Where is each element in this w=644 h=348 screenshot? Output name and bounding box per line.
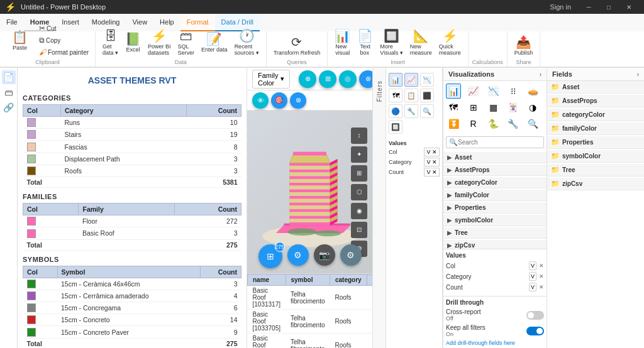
filter-icon-1[interactable]: 📊 xyxy=(389,73,402,87)
viz-card[interactable]: 🃏 xyxy=(506,100,521,115)
filter-icon-10[interactable]: 🔲 xyxy=(389,120,402,134)
viz-py-visual[interactable]: 🐍 xyxy=(486,116,501,131)
close-button[interactable]: ✕ xyxy=(619,0,639,14)
category-value-dropdown[interactable]: V xyxy=(529,272,536,281)
viz-map[interactable]: 🗺 xyxy=(446,100,461,115)
maximize-button[interactable]: □ xyxy=(599,0,619,14)
fields-zipcsv-header[interactable]: 📁 zipCsv xyxy=(547,178,644,190)
filter-icon-8[interactable]: 🔧 xyxy=(404,104,418,118)
nav-data-icon[interactable]: 🗃 xyxy=(2,85,16,99)
viz-r-visual[interactable]: R xyxy=(466,116,481,131)
viz-custom-2[interactable]: 🔍 xyxy=(525,116,540,131)
viz-bar-chart[interactable]: 📊 xyxy=(446,84,461,99)
cross-report-toggle[interactable] xyxy=(526,311,544,320)
powerbi-datasets-button[interactable]: ⚡ Power BIdatasets xyxy=(145,26,174,58)
viz-gauge[interactable]: ◑ xyxy=(525,100,540,115)
bottom-settings-button[interactable]: ⚙ xyxy=(340,244,362,266)
viz-scatter[interactable]: ⁝⁝ xyxy=(506,84,521,99)
filter-count-dropdown[interactable]: V ✕ xyxy=(424,168,440,177)
paste-button[interactable]: 📋 Paste xyxy=(9,28,31,53)
field-group-properties-header[interactable]: ▶ Properties xyxy=(443,202,547,214)
sign-in-link[interactable]: Sign in xyxy=(550,3,571,11)
filter-col-dropdown[interactable]: V ✕ xyxy=(424,148,440,156)
filter-icon-4[interactable]: 🗺 xyxy=(389,89,402,102)
filter-icon-9[interactable]: 🔍 xyxy=(420,104,434,118)
transform-button[interactable]: ⟳ Transform Refresh xyxy=(270,33,324,58)
viz-pie[interactable]: 🥧 xyxy=(525,84,540,99)
side-btn-1[interactable]: ↕ xyxy=(351,128,367,144)
field-group-symbolcolor-header[interactable]: ▶ symbolColor xyxy=(443,215,547,226)
field-group-zipcsv-header[interactable]: ▶ zipCsv xyxy=(443,240,547,249)
more-visuals-button[interactable]: 🔲 MoreVisuals ▾ xyxy=(377,26,406,58)
side-btn-5[interactable]: ◉ xyxy=(351,203,367,219)
field-group-categorycolor-header[interactable]: ▶ categoryColor xyxy=(443,177,547,188)
get-data-button[interactable]: 🗄 Getdata ▾ xyxy=(99,27,121,58)
viz-matrix[interactable]: ▦ xyxy=(486,100,501,115)
fields-familycolor-header[interactable]: 📁 familyColor xyxy=(547,122,644,135)
view-zoom-button[interactable]: ◎ xyxy=(339,70,357,88)
viz-panel-chevron[interactable]: › xyxy=(540,71,541,78)
count-value-dropdown[interactable]: V xyxy=(529,283,536,291)
viz-custom-1[interactable]: 🔧 xyxy=(506,116,521,131)
cut-button[interactable]: ✂ Cut xyxy=(36,23,91,34)
filter-icon-2[interactable]: 📈 xyxy=(404,73,418,87)
new-measure-button[interactable]: 📐 Newmeasure xyxy=(407,26,435,58)
fields-panel-chevron[interactable]: › xyxy=(637,71,639,78)
bottom-table-button[interactable]: ⊞ 275 xyxy=(258,244,282,268)
fam-total-count: 275 xyxy=(175,239,242,250)
field-group-assetprops-header[interactable]: ▶ AssetProps xyxy=(443,165,547,176)
col-value-remove[interactable]: ✕ xyxy=(539,263,544,269)
view-pan-button[interactable]: ⊞ xyxy=(319,70,336,88)
filter-icon-6[interactable]: ⬛ xyxy=(420,89,434,102)
minimize-button[interactable]: ─ xyxy=(579,0,599,14)
quick-measure-button[interactable]: ⚡ Quickmeasure xyxy=(436,26,464,58)
filter-category-dropdown[interactable]: V ✕ xyxy=(424,158,440,166)
search-input[interactable] xyxy=(458,139,541,146)
side-btn-3[interactable]: ⊞ xyxy=(351,165,367,182)
copy-button[interactable]: ⧉ Copy xyxy=(36,35,91,46)
category-value-remove[interactable]: ✕ xyxy=(539,273,544,280)
field-group-tree-header[interactable]: ▶ Tree xyxy=(443,227,547,239)
text-box-button[interactable]: 📄 Textbox xyxy=(354,26,376,58)
view-filter2-button[interactable]: ⊗ xyxy=(290,92,306,109)
field-group-familycolor-header[interactable]: ▶ familyColor xyxy=(443,190,547,201)
format-painter-button[interactable]: 🖌 Format painter xyxy=(36,46,91,58)
view-orbit-button[interactable]: ⊕ xyxy=(299,70,316,88)
nav-model-icon[interactable]: 🔗 xyxy=(2,101,16,114)
field-group-asset-header[interactable]: ▶ Asset xyxy=(443,152,547,163)
view-eye-button[interactable]: 👁 xyxy=(252,92,269,109)
filter-icon-3[interactable]: 📉 xyxy=(420,73,434,87)
viz-table[interactable]: ⊞ xyxy=(466,100,481,115)
viz-area-chart[interactable]: 📉 xyxy=(486,84,501,99)
filter-icon-5[interactable]: 📋 xyxy=(404,89,418,102)
sym-count-cell: 14 xyxy=(200,314,241,326)
side-btn-2[interactable]: ✦ xyxy=(351,146,367,163)
nav-report-icon[interactable]: 📄 xyxy=(2,70,16,84)
new-visual-button[interactable]: 📊 Newvisual xyxy=(331,26,353,58)
fields-tree-header[interactable]: 📁 Tree xyxy=(547,164,644,177)
fields-properties-header[interactable]: 📁 Properties xyxy=(547,136,644,149)
filter-icon-7[interactable]: 🔵 xyxy=(389,104,402,118)
keep-filters-toggle[interactable] xyxy=(526,327,544,335)
viz-line-chart[interactable]: 📈 xyxy=(466,84,481,99)
col-value-dropdown[interactable]: V xyxy=(529,261,536,270)
count-value-remove[interactable]: ✕ xyxy=(539,284,544,290)
fields-categorycolor-header[interactable]: 📁 categoryColor xyxy=(547,109,644,121)
fields-assetprops-header[interactable]: 📁 AssetProps xyxy=(547,95,644,107)
viz-funnel[interactable]: ⏬ xyxy=(446,116,461,131)
fields-symbolcolor-header[interactable]: 📁 symbolColor xyxy=(547,150,644,163)
enter-data-button[interactable]: 📝 Enter data xyxy=(198,30,231,55)
side-btn-4[interactable]: ⬡ xyxy=(351,184,367,200)
family-color-dropdown[interactable]: Family Color ▾ xyxy=(252,70,290,89)
excel-button[interactable]: 📗 Excel xyxy=(122,30,144,55)
view-target-button[interactable]: 🎯 xyxy=(271,92,287,109)
bottom-filter-button[interactable]: ⚙ xyxy=(287,244,309,266)
side-btn-6[interactable]: ⊡ xyxy=(351,222,367,238)
recent-sources-button[interactable]: 🕐 Recentsources ▾ xyxy=(231,26,262,58)
view-filter-button[interactable]: ⊗ xyxy=(359,70,372,88)
add-drill-link[interactable]: Add drill-through fields here xyxy=(446,340,544,346)
fields-asset-header[interactable]: 📁 Asset xyxy=(547,81,644,94)
bottom-camera-button[interactable]: 📷 xyxy=(314,244,335,266)
publish-button[interactable]: 📤 Publish xyxy=(511,33,536,58)
sql-server-button[interactable]: 🗃 SQLServer xyxy=(175,27,198,58)
